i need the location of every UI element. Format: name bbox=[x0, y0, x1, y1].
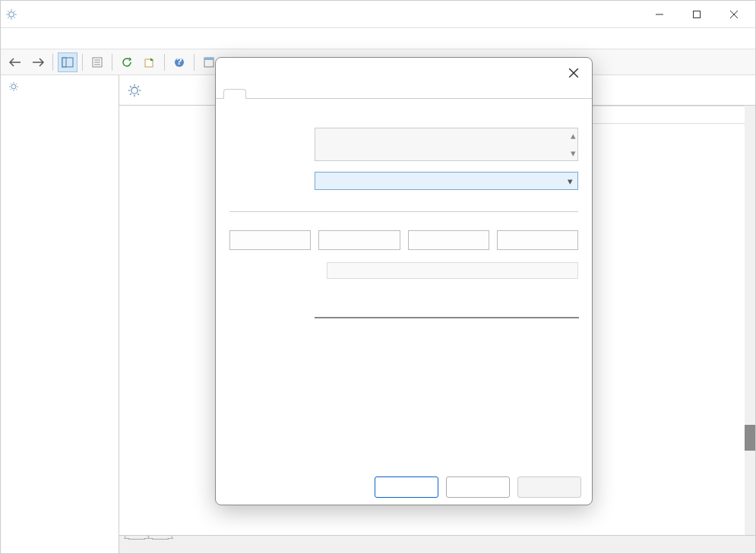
tab-logon[interactable] bbox=[246, 88, 269, 98]
dialog-titlebar bbox=[216, 58, 592, 88]
dialog-close-button[interactable] bbox=[566, 65, 581, 81]
menubar bbox=[1, 28, 755, 49]
services-app-icon bbox=[5, 8, 17, 21]
minimize-button[interactable] bbox=[642, 4, 676, 25]
start-params-input bbox=[327, 262, 578, 279]
tree-item-services-local[interactable] bbox=[5, 80, 114, 93]
properties-button[interactable] bbox=[87, 52, 107, 72]
titlebar bbox=[1, 1, 755, 28]
svg-rect-15 bbox=[204, 58, 214, 60]
help-button[interactable]: ? bbox=[169, 52, 189, 72]
svg-point-0 bbox=[9, 11, 14, 17]
gear-icon bbox=[8, 81, 19, 92]
dialog-tabs bbox=[216, 88, 592, 98]
service-properties-dialog: ▴▾ ▾ bbox=[215, 57, 593, 505]
svg-rect-6 bbox=[62, 58, 66, 67]
close-button[interactable] bbox=[716, 4, 751, 25]
chevron-down-icon: ▾ bbox=[568, 176, 573, 187]
up-arrow-icon[interactable]: ▴ bbox=[571, 130, 576, 141]
show-hide-tree-button[interactable] bbox=[58, 52, 77, 72]
refresh-button[interactable] bbox=[117, 52, 137, 72]
tab-extended[interactable] bbox=[128, 536, 145, 540]
svg-text:?: ? bbox=[176, 57, 182, 67]
description-label bbox=[229, 128, 315, 161]
tab-standard[interactable] bbox=[152, 536, 169, 540]
description-textbox[interactable]: ▴▾ bbox=[315, 128, 578, 161]
svg-rect-2 bbox=[693, 11, 700, 17]
stop-button[interactable] bbox=[318, 230, 400, 250]
resume-button[interactable] bbox=[497, 230, 578, 250]
ok-button[interactable] bbox=[375, 476, 438, 498]
pause-button[interactable] bbox=[408, 230, 489, 250]
export-list-button[interactable] bbox=[140, 52, 160, 72]
console-tree bbox=[1, 75, 119, 553]
apply-button[interactable] bbox=[517, 476, 581, 498]
bottom-tabs bbox=[119, 535, 755, 553]
down-arrow-icon[interactable]: ▾ bbox=[571, 147, 576, 159]
svg-point-16 bbox=[11, 84, 16, 89]
cancel-button[interactable] bbox=[446, 476, 510, 498]
start-button[interactable] bbox=[229, 230, 311, 250]
startup-type-dropdown[interactable] bbox=[315, 317, 579, 318]
forward-button[interactable] bbox=[28, 52, 48, 72]
maximize-button[interactable] bbox=[679, 4, 713, 25]
startup-type-combobox[interactable]: ▾ bbox=[315, 172, 578, 190]
tab-recovery[interactable] bbox=[269, 88, 292, 98]
tab-dependencies[interactable] bbox=[292, 88, 315, 98]
scrollbar-track[interactable] bbox=[745, 106, 755, 535]
svg-point-17 bbox=[131, 87, 138, 93]
scrollbar-thumb[interactable] bbox=[745, 425, 755, 451]
gear-icon bbox=[127, 83, 142, 98]
back-button[interactable] bbox=[5, 52, 25, 72]
tab-general[interactable] bbox=[223, 89, 246, 99]
